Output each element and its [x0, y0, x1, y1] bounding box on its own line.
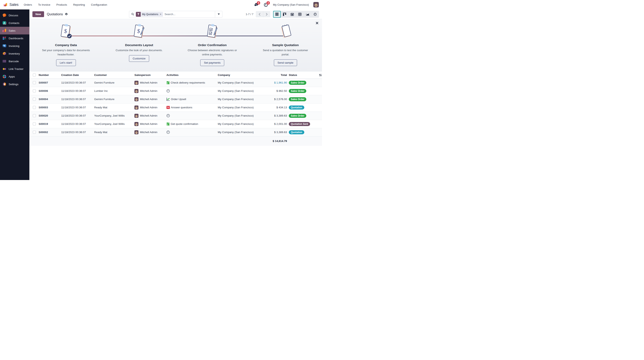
table-row[interactable]: S00019 11/18/2023 00:36:07 YourCompany, … — [30, 120, 322, 128]
menu-orders[interactable]: Orders — [24, 3, 32, 6]
pager-next-button[interactable] — [263, 11, 270, 17]
facet-remove-icon[interactable]: × — [160, 13, 163, 16]
header-company[interactable]: Company — [218, 74, 269, 77]
quotation-document-icon — [278, 22, 292, 41]
header-salesperson[interactable]: Salesperson — [134, 74, 166, 77]
table-row[interactable]: S00003 11/18/2023 00:36:07 Ready Mat Mit… — [30, 104, 322, 112]
header-status[interactable]: Status — [287, 74, 317, 77]
menu-products[interactable]: Products — [56, 3, 67, 6]
sidebar-item-barcode[interactable]: Barcode — [0, 57, 30, 65]
sidebar-item-invoicing[interactable]: $ Invoicing — [0, 42, 30, 50]
header-total[interactable]: Total — [269, 74, 287, 77]
sidebar-item-label: Apps — [9, 75, 15, 78]
search-bar[interactable]: My Quotations × — [129, 11, 222, 18]
cell-salesperson: Mitchell Admin — [140, 131, 158, 134]
cell-total: $ 2,576.00 — [269, 98, 287, 101]
send-sample-button[interactable]: Send sample — [274, 59, 297, 66]
set-payments-button[interactable]: Set payments — [200, 59, 224, 66]
sidebar-item-label: Link Tracker — [9, 68, 24, 71]
pivot-view-button[interactable] — [296, 11, 304, 18]
messages-count-badge: 6 — [257, 1, 260, 5]
table-row[interactable]: S00020 11/18/2023 00:36:07 YourCompany, … — [30, 112, 322, 120]
cell-customer: YourCompany, Joel Willis — [94, 114, 134, 117]
activity-label: Answer questions — [171, 106, 192, 109]
row-checkbox[interactable] — [33, 89, 36, 92]
new-button[interactable]: New — [32, 11, 44, 17]
cell-creation-date: 11/18/2023 00:36:07 — [61, 89, 94, 92]
activities-count-badge: 2 — [266, 1, 270, 5]
activity-cell[interactable]: Order Upsell — [166, 98, 218, 101]
activity-cell[interactable]: Get quote confirmation — [166, 122, 218, 126]
company-switcher[interactable]: My Company (San Francisco) — [273, 3, 309, 6]
row-checkbox[interactable] — [33, 98, 36, 101]
step-title: Order Confirmation — [198, 43, 226, 47]
sidebar-item-label: Dashboards — [9, 37, 23, 40]
cell-creation-date: 11/18/2023 00:36:07 — [61, 122, 94, 125]
row-checkbox[interactable] — [33, 122, 36, 125]
discuss-icon — [2, 13, 7, 18]
list-view-button[interactable] — [273, 11, 281, 18]
row-checkbox[interactable] — [33, 106, 36, 109]
sidebar-item-label: Sales — [9, 29, 16, 32]
sidebar-item-apps[interactable]: Apps — [0, 73, 30, 80]
header-customer[interactable]: Customer — [94, 74, 134, 77]
cell-creation-date: 11/18/2023 00:36:07 — [61, 81, 94, 84]
view-settings-gear-icon[interactable] — [65, 13, 68, 16]
activity-label: Check delivery requirements — [171, 81, 205, 84]
activity-cell[interactable] — [166, 131, 218, 134]
sidebar-item-dashboards[interactable]: Dashboards — [0, 35, 30, 42]
onboarding-step-company-data: $ Company Data Set your company's data f… — [30, 22, 103, 66]
graph-view-button[interactable] — [304, 11, 311, 18]
activity-cell[interactable]: Answer questions — [166, 106, 218, 109]
sidebar-item-label: Inventory — [9, 52, 20, 55]
menu-reporting[interactable]: Reporting — [73, 3, 85, 6]
sidebar-item-inventory[interactable]: Inventory — [0, 50, 30, 57]
menu-configuration[interactable]: Configuration — [91, 3, 107, 6]
salesperson-avatar — [134, 97, 138, 101]
sidebar-item-settings[interactable]: Settings — [0, 80, 30, 88]
table-row[interactable]: S00007 11/18/2023 00:36:07 Gemini Furnit… — [30, 79, 322, 87]
status-badge: Quotation — [289, 130, 304, 134]
select-all-checkbox[interactable] — [33, 74, 36, 77]
activity-view-button[interactable] — [311, 11, 319, 18]
activity-label: Order Upsell — [171, 98, 186, 101]
kanban-view-button[interactable] — [281, 11, 288, 18]
activities-button[interactable]: 2 — [263, 2, 268, 8]
sidebar-item-contacts[interactable]: Contacts — [0, 19, 30, 27]
activity-label: Get quote confirmation — [171, 122, 198, 125]
header-activities[interactable]: Activities — [166, 74, 218, 77]
activity-cell[interactable] — [166, 114, 218, 117]
filter-funnel-icon — [136, 12, 141, 17]
app-brand[interactable]: Sales — [3, 3, 18, 7]
sidebar-item-discuss[interactable]: Discuss — [0, 12, 30, 19]
customize-button[interactable]: Customize — [129, 55, 149, 62]
header-number[interactable]: Number — [39, 74, 61, 77]
menu-to-invoice[interactable]: To Invoice — [38, 3, 50, 6]
header-creation-date[interactable]: Creation Date — [61, 74, 94, 77]
row-checkbox[interactable] — [33, 131, 36, 134]
search-input[interactable] — [164, 13, 215, 16]
optional-columns-icon[interactable] — [317, 74, 322, 77]
user-avatar[interactable] — [313, 2, 319, 8]
table-row[interactable]: S00002 11/18/2023 00:36:07 Ready Mat Mit… — [30, 128, 322, 137]
cell-company: My Company (San Francisco) — [218, 81, 269, 84]
activity-cell[interactable] — [166, 89, 218, 93]
sidebar-item-sales[interactable]: Sales — [0, 27, 30, 35]
table-row[interactable]: S00006 11/18/2023 00:36:07 Lumber Inc Mi… — [30, 87, 322, 95]
lets-start-button[interactable]: Let's start! — [56, 59, 76, 66]
sidebar-item-link-tracker[interactable]: Link Tracker — [0, 65, 30, 73]
cell-total: $ 434.13 — [269, 106, 287, 109]
cell-creation-date: 11/18/2023 00:36:07 — [61, 131, 94, 134]
activity-cell[interactable]: Check delivery requirements — [166, 81, 218, 84]
row-checkbox[interactable] — [33, 114, 36, 117]
table-row[interactable]: S00004 11/18/2023 00:36:07 Gemini Furnit… — [30, 95, 322, 104]
row-checkbox[interactable] — [33, 81, 36, 84]
messages-button[interactable]: 6 — [254, 2, 259, 8]
calendar-view-button[interactable] — [288, 11, 296, 18]
sidebar-item-label: Invoicing — [9, 45, 19, 48]
pager-previous-button[interactable] — [256, 11, 263, 17]
search-dropdown-toggle[interactable] — [215, 11, 222, 18]
salesperson-avatar — [134, 114, 138, 118]
salesperson-avatar — [134, 122, 138, 126]
cell-number: S00007 — [39, 81, 61, 84]
